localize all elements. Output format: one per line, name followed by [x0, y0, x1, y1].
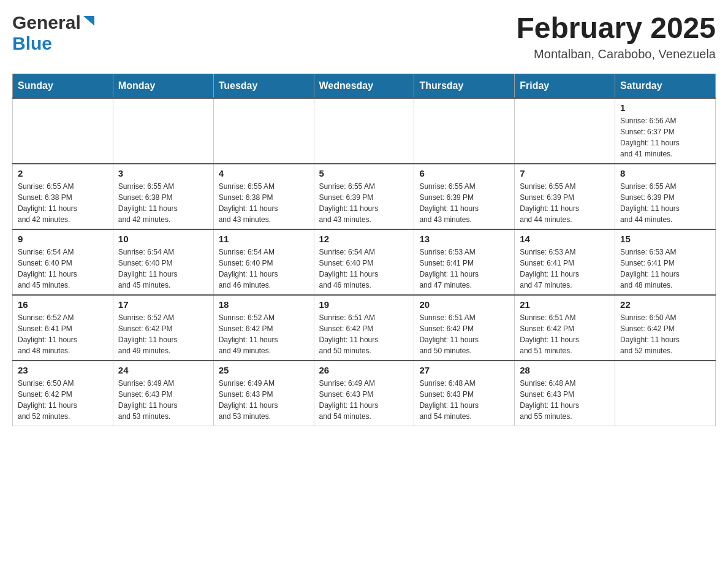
day-cell: 17Sunrise: 6:52 AMSunset: 6:42 PMDayligh…: [113, 295, 213, 361]
location-text: Montalban, Carabobo, Venezuela: [516, 47, 716, 61]
day-info: Sunrise: 6:55 AMSunset: 6:39 PMDaylight:…: [620, 181, 710, 225]
day-number: 15: [620, 234, 710, 244]
day-info: Sunrise: 6:54 AMSunset: 6:40 PMDaylight:…: [118, 247, 208, 291]
day-info: Sunrise: 6:50 AMSunset: 6:42 PMDaylight:…: [620, 312, 710, 356]
day-cell: 2Sunrise: 6:55 AMSunset: 6:38 PMDaylight…: [13, 164, 113, 229]
day-cell: 18Sunrise: 6:52 AMSunset: 6:42 PMDayligh…: [213, 295, 314, 361]
week-row-3: 9Sunrise: 6:54 AMSunset: 6:40 PMDaylight…: [13, 229, 716, 295]
day-number: 7: [520, 168, 610, 178]
week-row-2: 2Sunrise: 6:55 AMSunset: 6:38 PMDaylight…: [13, 164, 716, 229]
day-info: Sunrise: 6:52 AMSunset: 6:42 PMDaylight:…: [118, 312, 208, 356]
logo-general-text: General: [12, 12, 81, 33]
week-row-1: 1Sunrise: 6:56 AMSunset: 6:37 PMDaylight…: [13, 98, 716, 164]
day-cell: [213, 98, 314, 164]
day-number: 21: [520, 299, 610, 310]
week-row-4: 16Sunrise: 6:52 AMSunset: 6:41 PMDayligh…: [13, 295, 716, 361]
logo-blue-text: Blue: [12, 33, 52, 53]
day-number: 11: [219, 234, 309, 244]
day-number: 19: [319, 299, 409, 310]
day-number: 12: [319, 234, 409, 244]
day-info: Sunrise: 6:49 AMSunset: 6:43 PMDaylight:…: [319, 378, 409, 422]
day-info: Sunrise: 6:48 AMSunset: 6:43 PMDaylight:…: [520, 378, 610, 422]
day-cell: 12Sunrise: 6:54 AMSunset: 6:40 PMDayligh…: [314, 229, 414, 295]
day-info: Sunrise: 6:55 AMSunset: 6:39 PMDaylight:…: [319, 181, 409, 225]
month-title: February 2025: [516, 12, 716, 45]
day-number: 23: [18, 365, 108, 375]
day-number: 14: [520, 234, 610, 244]
day-number: 17: [118, 299, 208, 310]
day-number: 26: [319, 365, 409, 375]
day-number: 28: [520, 365, 610, 375]
day-number: 25: [219, 365, 309, 375]
day-cell: 25Sunrise: 6:49 AMSunset: 6:43 PMDayligh…: [213, 361, 314, 426]
header-thursday: Thursday: [414, 74, 515, 98]
logo: General Blue: [12, 12, 96, 54]
day-number: 13: [419, 234, 509, 244]
day-number: 10: [118, 234, 208, 244]
day-cell: 22Sunrise: 6:50 AMSunset: 6:42 PMDayligh…: [615, 295, 716, 361]
day-cell: 11Sunrise: 6:54 AMSunset: 6:40 PMDayligh…: [213, 229, 314, 295]
day-cell: 26Sunrise: 6:49 AMSunset: 6:43 PMDayligh…: [314, 361, 414, 426]
day-cell: 24Sunrise: 6:49 AMSunset: 6:43 PMDayligh…: [113, 361, 213, 426]
day-info: Sunrise: 6:52 AMSunset: 6:41 PMDaylight:…: [18, 312, 108, 356]
day-number: 27: [419, 365, 509, 375]
day-info: Sunrise: 6:54 AMSunset: 6:40 PMDaylight:…: [319, 247, 409, 291]
day-cell: 8Sunrise: 6:55 AMSunset: 6:39 PMDaylight…: [615, 164, 716, 229]
day-info: Sunrise: 6:55 AMSunset: 6:38 PMDaylight:…: [118, 181, 208, 225]
day-number: 3: [118, 168, 208, 178]
day-info: Sunrise: 6:56 AMSunset: 6:37 PMDaylight:…: [620, 115, 710, 159]
day-cell: [314, 98, 414, 164]
svg-marker-0: [83, 16, 94, 26]
day-cell: [414, 98, 515, 164]
day-number: 2: [18, 168, 108, 178]
header-tuesday: Tuesday: [213, 74, 314, 98]
day-number: 5: [319, 168, 409, 178]
day-number: 20: [419, 299, 509, 310]
day-cell: [515, 98, 615, 164]
day-info: Sunrise: 6:49 AMSunset: 6:43 PMDaylight:…: [219, 378, 309, 422]
day-info: Sunrise: 6:51 AMSunset: 6:42 PMDaylight:…: [319, 312, 409, 356]
header-monday: Monday: [113, 74, 213, 98]
title-block: February 2025 Montalban, Carabobo, Venez…: [516, 12, 716, 61]
day-info: Sunrise: 6:51 AMSunset: 6:42 PMDaylight:…: [520, 312, 610, 356]
day-info: Sunrise: 6:53 AMSunset: 6:41 PMDaylight:…: [419, 247, 509, 291]
day-info: Sunrise: 6:51 AMSunset: 6:42 PMDaylight:…: [419, 312, 509, 356]
day-info: Sunrise: 6:54 AMSunset: 6:40 PMDaylight:…: [18, 247, 108, 291]
day-info: Sunrise: 6:53 AMSunset: 6:41 PMDaylight:…: [520, 247, 610, 291]
day-info: Sunrise: 6:50 AMSunset: 6:42 PMDaylight:…: [18, 378, 108, 422]
day-cell: 5Sunrise: 6:55 AMSunset: 6:39 PMDaylight…: [314, 164, 414, 229]
day-info: Sunrise: 6:55 AMSunset: 6:38 PMDaylight:…: [219, 181, 309, 225]
day-cell: [615, 361, 716, 426]
day-cell: 21Sunrise: 6:51 AMSunset: 6:42 PMDayligh…: [515, 295, 615, 361]
logo-triangle-icon: [82, 16, 96, 27]
day-cell: 20Sunrise: 6:51 AMSunset: 6:42 PMDayligh…: [414, 295, 515, 361]
calendar-table: Sunday Monday Tuesday Wednesday Thursday…: [12, 74, 716, 426]
day-cell: 10Sunrise: 6:54 AMSunset: 6:40 PMDayligh…: [113, 229, 213, 295]
page-header: General Blue February 2025 Montalban, Ca…: [12, 12, 716, 61]
day-info: Sunrise: 6:53 AMSunset: 6:41 PMDaylight:…: [620, 247, 710, 291]
day-number: 6: [419, 168, 509, 178]
day-info: Sunrise: 6:54 AMSunset: 6:40 PMDaylight:…: [219, 247, 309, 291]
day-cell: 6Sunrise: 6:55 AMSunset: 6:39 PMDaylight…: [414, 164, 515, 229]
day-number: 1: [620, 102, 710, 113]
day-info: Sunrise: 6:52 AMSunset: 6:42 PMDaylight:…: [219, 312, 309, 356]
day-number: 18: [219, 299, 309, 310]
day-cell: 13Sunrise: 6:53 AMSunset: 6:41 PMDayligh…: [414, 229, 515, 295]
day-cell: 19Sunrise: 6:51 AMSunset: 6:42 PMDayligh…: [314, 295, 414, 361]
day-cell: 4Sunrise: 6:55 AMSunset: 6:38 PMDaylight…: [213, 164, 314, 229]
day-cell: [113, 98, 213, 164]
day-cell: 3Sunrise: 6:55 AMSunset: 6:38 PMDaylight…: [113, 164, 213, 229]
header-friday: Friday: [515, 74, 615, 98]
day-number: 4: [219, 168, 309, 178]
day-number: 22: [620, 299, 710, 310]
day-info: Sunrise: 6:48 AMSunset: 6:43 PMDaylight:…: [419, 378, 509, 422]
day-cell: 15Sunrise: 6:53 AMSunset: 6:41 PMDayligh…: [615, 229, 716, 295]
day-cell: 9Sunrise: 6:54 AMSunset: 6:40 PMDaylight…: [13, 229, 113, 295]
header-saturday: Saturday: [615, 74, 716, 98]
day-number: 24: [118, 365, 208, 375]
day-number: 16: [18, 299, 108, 310]
day-cell: 27Sunrise: 6:48 AMSunset: 6:43 PMDayligh…: [414, 361, 515, 426]
day-cell: [13, 98, 113, 164]
weekday-header-row: Sunday Monday Tuesday Wednesday Thursday…: [13, 74, 716, 98]
day-cell: 16Sunrise: 6:52 AMSunset: 6:41 PMDayligh…: [13, 295, 113, 361]
